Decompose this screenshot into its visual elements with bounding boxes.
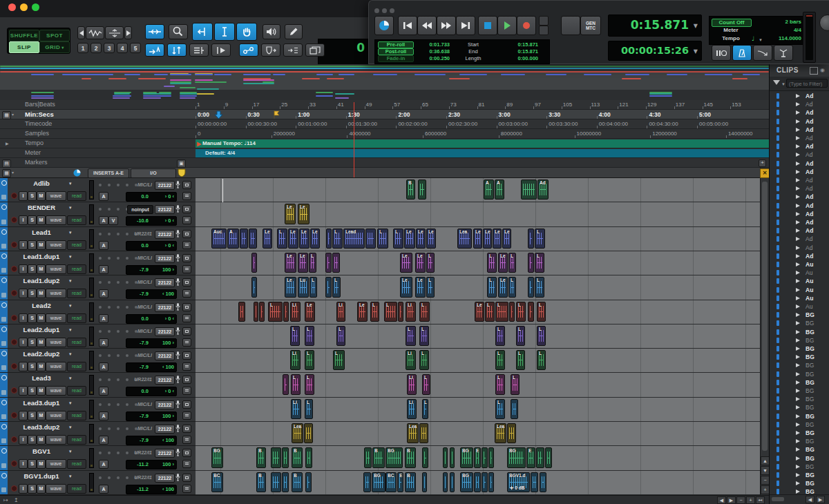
- audio-clip[interactable]: L: [384, 302, 397, 322]
- tempo-value[interactable]: 114.0000: [779, 35, 801, 43]
- clips-dropdown-icon[interactable]: ◉: [820, 67, 825, 73]
- zoom-preset-1[interactable]: 1: [77, 43, 88, 53]
- inp-button[interactable]: I: [19, 411, 28, 420]
- audio-clip[interactable]: L: [535, 277, 544, 298]
- clip-list-item[interactable]: Ad: [770, 218, 829, 226]
- audio-clip[interactable]: L: [487, 253, 497, 273]
- inp-button[interactable]: I: [19, 459, 28, 469]
- caret-down-icon[interactable]: ▾: [69, 351, 72, 357]
- volume-pan-display[interactable]: 0.0› 0 ‹: [126, 314, 177, 324]
- solo-button[interactable]: S: [28, 484, 37, 494]
- track-collapse-icon[interactable]: [1, 438, 6, 443]
- counter-caret-icon[interactable]: ▼: [694, 23, 698, 29]
- output-window-button[interactable]: [182, 474, 191, 482]
- clip-expand-icon[interactable]: [796, 102, 800, 106]
- input-path[interactable]: UR22/I1: [127, 449, 152, 456]
- marker-flag-icon[interactable]: [274, 110, 280, 119]
- track-color-strip[interactable]: [0, 227, 8, 251]
- audio-clip[interactable]: Ad: [537, 180, 549, 200]
- automation-button[interactable]: A: [99, 289, 108, 298]
- caret-down-icon[interactable]: ▾: [69, 205, 72, 211]
- track-lane-lead2.dup2[interactable]: LiLLLiLLLL: [196, 349, 760, 373]
- clip-expand-icon[interactable]: [796, 465, 800, 469]
- fast-forward-button[interactable]: [437, 16, 456, 35]
- pencil-tool[interactable]: [285, 24, 303, 39]
- audio-clip[interactable]: L: [419, 350, 429, 370]
- track-name[interactable]: Lead1.dup1: [10, 253, 73, 260]
- clip-expand-icon[interactable]: [796, 304, 800, 309]
- audio-clip[interactable]: [365, 229, 376, 249]
- audio-clip[interactable]: Lea: [407, 423, 419, 443]
- track-name[interactable]: Lead2.dup1: [10, 326, 73, 333]
- freeze-icon[interactable]: [1, 375, 7, 380]
- output-window-button[interactable]: [182, 278, 191, 287]
- track-view-button[interactable]: wave: [46, 362, 66, 371]
- clip-list-item[interactable]: BG: [770, 387, 829, 395]
- audio-clip[interactable]: [528, 302, 534, 322]
- track-collapse-icon[interactable]: [1, 268, 6, 273]
- audio-clip[interactable]: [521, 180, 537, 200]
- zoom-tool[interactable]: [169, 24, 188, 39]
- mute-button[interactable]: M: [37, 215, 46, 225]
- clip-list-item[interactable]: Ad: [770, 202, 829, 210]
- freeze-icon[interactable]: [1, 204, 7, 210]
- tempo-note-icon[interactable]: ♩: [752, 35, 754, 43]
- clip-list-item[interactable]: Ad: [770, 184, 829, 193]
- freeze-icon[interactable]: [1, 229, 7, 235]
- tab-transient-button[interactable]: [145, 43, 164, 57]
- audio-clip[interactable]: Le: [426, 229, 436, 249]
- zoom-zoom-track-icon[interactable]: [105, 26, 124, 39]
- track-lane-bender[interactable]: LeLe: [196, 202, 760, 227]
- insert-slot[interactable]: [108, 476, 111, 479]
- audio-clip[interactable]: [249, 229, 257, 249]
- clip-expand-icon[interactable]: [796, 372, 800, 376]
- meter-ruler-bar[interactable]: Default: 4/4: [196, 149, 769, 157]
- audio-clip[interactable]: [482, 447, 488, 468]
- audio-clip[interactable]: [283, 374, 289, 395]
- audio-clip[interactable]: B: [256, 472, 266, 492]
- audio-clip[interactable]: Le: [288, 229, 298, 249]
- clip-list-item[interactable]: Ad: [770, 193, 829, 201]
- inserts-column-header[interactable]: INSERTS A-E: [88, 168, 129, 178]
- track-collapse-icon[interactable]: [1, 487, 6, 492]
- output-window-button[interactable]: [182, 376, 191, 384]
- track-collapse-icon[interactable]: [1, 317, 6, 322]
- audio-clip[interactable]: L: [508, 277, 516, 298]
- clip-expand-icon[interactable]: [796, 237, 800, 241]
- comments-button[interactable]: [182, 436, 191, 444]
- audio-clip[interactable]: Lea: [495, 423, 506, 443]
- audio-clip[interactable]: Le: [493, 229, 502, 249]
- audio-clip[interactable]: B: [405, 447, 416, 468]
- caret-down-icon[interactable]: ▾: [69, 254, 72, 260]
- audio-clip[interactable]: [259, 302, 265, 322]
- mute-button[interactable]: M: [37, 484, 46, 494]
- audio-clip[interactable]: [531, 472, 538, 492]
- clip-expand-icon[interactable]: [796, 288, 800, 292]
- automation-button[interactable]: A: [99, 216, 108, 225]
- metronome-button[interactable]: [732, 45, 752, 61]
- mute-button[interactable]: M: [37, 411, 46, 420]
- clip-list-item[interactable]: Au: [770, 302, 829, 311]
- insert-slot[interactable]: [108, 427, 111, 430]
- clip-list-item[interactable]: Au: [770, 260, 829, 269]
- mute-button[interactable]: M: [37, 240, 46, 250]
- audio-clip[interactable]: [528, 229, 534, 249]
- mute-button[interactable]: M: [37, 289, 46, 298]
- clip-list-item[interactable]: BG: [770, 420, 829, 429]
- audio-clip[interactable]: B: [292, 472, 303, 492]
- insert-slot[interactable]: [108, 378, 111, 381]
- close-icon[interactable]: [8, 3, 16, 11]
- edit-target-button[interactable]: ✕: [760, 168, 770, 178]
- clip-expand-icon[interactable]: [796, 380, 800, 385]
- insert-slot[interactable]: [99, 184, 102, 186]
- audio-clip[interactable]: Lead: [343, 229, 365, 249]
- clip-expand-icon[interactable]: [796, 279, 800, 283]
- audio-clip[interactable]: L: [508, 253, 516, 273]
- record-enable-button[interactable]: [11, 363, 17, 369]
- audio-clip[interactable]: L: [377, 229, 388, 249]
- insert-slot[interactable]: [108, 281, 111, 284]
- clip-list-item[interactable]: BG: [770, 471, 829, 479]
- audio-clip[interactable]: L: [537, 326, 546, 346]
- zoom-preset-2[interactable]: 2: [90, 43, 102, 53]
- length-value[interactable]: 0:00.000: [493, 55, 538, 62]
